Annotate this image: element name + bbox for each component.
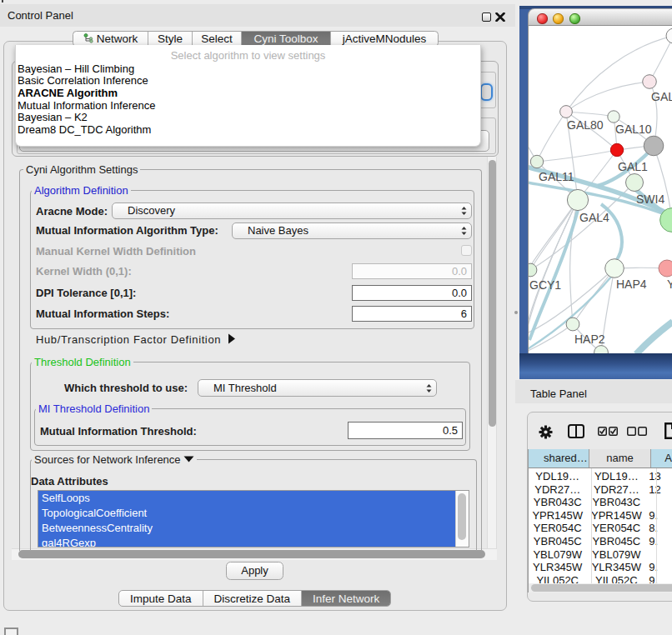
svg-text:HAP4: HAP4 [616,278,647,291]
svg-text:GAL1: GAL1 [618,160,648,173]
svg-text:GAL4: GAL4 [579,211,609,224]
svg-text:HAP2: HAP2 [574,332,605,346]
svg-text:GAL2: GAL2 [651,90,672,103]
svg-text:SWI4: SWI4 [636,192,664,206]
svg-text:Y: Y [667,278,672,291]
svg-text:GAL11: GAL11 [539,170,574,183]
svg-text:GAL80: GAL80 [567,118,604,132]
svg-text:GAL10: GAL10 [615,122,652,136]
svg-text:GCY1: GCY1 [529,278,561,292]
